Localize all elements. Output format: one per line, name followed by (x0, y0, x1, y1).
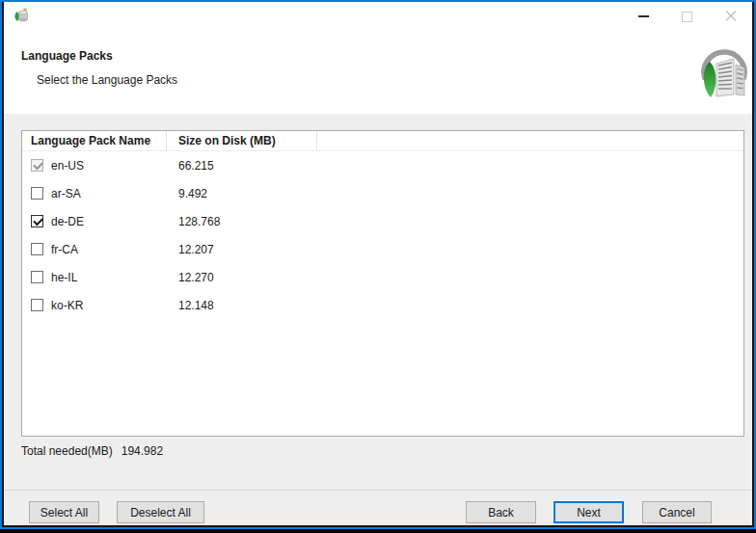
list-item-he-il[interactable]: he-IL 12.270 (22, 263, 743, 291)
language-packs-dialog: Language Packs Select the Language Packs (0, 0, 756, 529)
deselect-all-button[interactable]: Deselect All (117, 501, 204, 523)
list-item-en-us[interactable]: en-US 66.215 (22, 151, 743, 179)
language-label: de-DE (51, 215, 84, 228)
select-all-button[interactable]: Select All (29, 501, 99, 523)
list-item-fr-ca[interactable]: fr-CA 12.207 (22, 235, 743, 263)
back-button[interactable]: Back (466, 501, 536, 523)
next-button[interactable]: Next (554, 501, 624, 523)
list-header: Language Pack Name Size on Disk (MB) (22, 131, 743, 151)
page-title: Language Packs (21, 49, 113, 63)
close-icon (724, 10, 738, 23)
size-value: 12.207 (167, 243, 214, 256)
language-label: he-IL (51, 271, 77, 284)
app-icon (14, 8, 29, 23)
checkbox-fr-ca[interactable] (31, 243, 43, 255)
window-edge-bottom (2, 525, 754, 527)
list-item-ko-kr[interactable]: ko-KR 12.148 (22, 291, 743, 319)
window-edge-right (752, 2, 754, 527)
page-subtitle: Select the Language Packs (37, 73, 177, 87)
column-header-name: Language Pack Name (22, 131, 167, 150)
checkbox-en-us (31, 159, 43, 172)
cancel-button[interactable]: Cancel (642, 501, 712, 523)
language-label: ar-SA (51, 187, 81, 200)
column-header-size: Size on Disk (MB) (167, 131, 317, 150)
total-needed: Total needed(MB) 194.982 (21, 444, 163, 458)
language-label: ko-KR (51, 299, 83, 312)
maximize-button (665, 2, 709, 31)
list-item-de-de[interactable]: de-DE 128.768 (22, 207, 743, 235)
size-value: 12.148 (167, 299, 214, 312)
total-needed-label: Total needed(MB) (21, 444, 113, 458)
language-pack-list: Language Pack Name Size on Disk (MB) en-… (21, 130, 744, 437)
total-needed-value: 194.982 (122, 444, 163, 458)
size-value: 128.768 (167, 215, 220, 228)
footer-divider (2, 490, 754, 491)
titlebar (2, 2, 754, 31)
minimize-icon (638, 15, 649, 17)
size-value: 12.270 (167, 271, 214, 284)
window-controls (622, 2, 752, 31)
window-edge-left (2, 2, 4, 527)
checkbox-ko-kr[interactable] (31, 299, 43, 311)
wizard-header: Language Packs Select the Language Packs (2, 31, 754, 114)
language-label: fr-CA (51, 243, 78, 256)
checkbox-de-de[interactable] (31, 215, 43, 227)
setup-logo-icon (698, 42, 750, 100)
minimize-button[interactable] (622, 2, 665, 31)
list-item-ar-sa[interactable]: ar-SA 9.492 (22, 179, 743, 207)
size-value: 66.215 (167, 159, 214, 173)
language-label: en-US (51, 159, 84, 173)
size-value: 9.492 (167, 187, 207, 200)
checkbox-he-il[interactable] (31, 271, 43, 283)
maximize-icon (682, 12, 692, 22)
close-button[interactable] (709, 2, 752, 31)
checkbox-ar-sa[interactable] (31, 187, 43, 200)
